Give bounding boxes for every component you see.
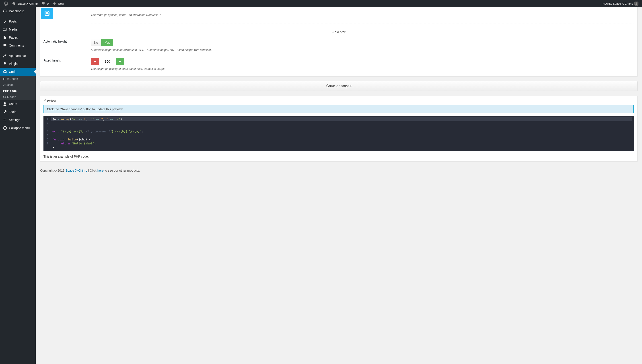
menu-dashboard[interactable]: Dashboard: [0, 7, 36, 15]
line-number: 2: [46, 121, 49, 125]
auto-height-help: Automatic height of code editor field. Y…: [91, 48, 634, 52]
svg-point-0: [636, 2, 637, 4]
plus-icon: +: [119, 59, 121, 64]
page-footer: Copyright © 2019 Space X-Chimp | Click h…: [40, 166, 638, 177]
wordpress-icon: [4, 1, 8, 6]
menu-pages[interactable]: Pages: [0, 34, 36, 42]
preview-footnote: This is an example of PHP code.: [40, 154, 637, 162]
menu-media[interactable]: Media: [0, 26, 36, 34]
stepper-minus-button[interactable]: −: [91, 58, 99, 65]
menu-label: Comments: [9, 44, 24, 47]
dashboard-icon: [3, 9, 7, 13]
plus-icon: [52, 1, 56, 6]
menu-posts[interactable]: Posts: [0, 18, 36, 26]
site-home-link[interactable]: Space X-Chimp: [10, 0, 40, 7]
save-disk-icon: [44, 10, 50, 17]
fixed-height-row: Fixed height − + The height (in pixels) …: [44, 54, 634, 74]
auto-height-toggle: No Yes: [91, 39, 113, 46]
fixed-height-input[interactable]: [99, 58, 116, 65]
new-content-link[interactable]: New: [50, 0, 66, 7]
comment-count: 0: [47, 2, 48, 5]
pin-icon: [3, 19, 7, 24]
comments-link[interactable]: 0: [40, 0, 50, 7]
svg-point-1: [4, 102, 6, 104]
fixed-height-stepper: − +: [91, 58, 124, 65]
comment-icon: [3, 43, 7, 48]
line-number: 6: [46, 138, 49, 142]
fixed-height-help: The height (in pixels) of code editor fi…: [91, 67, 634, 70]
menu-label: Collapse menu: [9, 126, 30, 130]
plug-icon: [3, 62, 7, 66]
section-divider: [91, 23, 634, 24]
menu-plugins[interactable]: Plugins: [0, 60, 36, 68]
footer-here-link[interactable]: here: [98, 169, 104, 172]
user-account-link[interactable]: Howdy, Space X-Chimp: [601, 0, 640, 7]
menu-tools[interactable]: Tools: [0, 108, 36, 116]
avatar: [634, 2, 638, 6]
tab-width-row: The width (in spaces) of the Tab charact…: [44, 10, 634, 20]
code-lines: $a = array('a' => 1, 'b' => 2, 3 => 'c')…: [50, 116, 634, 151]
menu-collapse[interactable]: Collapse menu: [0, 124, 36, 132]
auto-height-label: Automatic height: [44, 39, 91, 43]
admin-sidebar: Dashboard Posts Media Pages Comments App…: [0, 7, 36, 181]
howdy-text: Howdy, Space X-Chimp: [602, 2, 633, 5]
page-icon: [3, 35, 7, 40]
code-submenu: HTML code JS code PHP code CSS code: [0, 76, 36, 100]
menu-label: Posts: [9, 20, 17, 23]
line-number: 1: [46, 117, 49, 121]
menu-label: Media: [9, 28, 18, 31]
tab-width-help: The width (in spaces) of the Tab charact…: [91, 13, 634, 16]
menu-label: Tools: [9, 110, 16, 114]
sliders-icon: [3, 118, 7, 122]
footer-prefix: Copyright © 2019: [40, 169, 65, 172]
home-icon: [12, 1, 16, 6]
line-number: 4: [46, 130, 49, 134]
menu-comments[interactable]: Comments: [0, 42, 36, 50]
admin-bar-left: Space X-Chimp 0 New: [2, 0, 66, 7]
menu-label: Appearance: [9, 54, 26, 58]
menu-code[interactable]: Code: [0, 68, 36, 76]
footer-brand-link[interactable]: Space X-Chimp: [65, 169, 87, 172]
submenu-js[interactable]: JS code: [0, 82, 36, 88]
collapse-icon: [3, 126, 7, 130]
line-number: 7: [46, 142, 49, 146]
new-label: New: [58, 2, 64, 5]
code-preview: 1 2 3 4 5 6 7 $a = array('a' => 1, 'b' =…: [44, 116, 634, 151]
menu-label: Dashboard: [9, 9, 24, 13]
line-number: 3: [46, 125, 49, 129]
menu-label: Plugins: [9, 62, 19, 66]
menu-settings[interactable]: Settings: [0, 116, 36, 124]
menu-label: Settings: [9, 118, 20, 122]
stepper-plus-button[interactable]: +: [116, 58, 124, 65]
auto-height-row: Automatic height No Yes Automatic height…: [44, 36, 634, 54]
menu-label: Pages: [9, 36, 18, 39]
submenu-html[interactable]: HTML code: [0, 76, 36, 82]
menu-users[interactable]: Users: [0, 100, 36, 108]
line-number: 5: [46, 134, 49, 138]
gear-icon: [3, 70, 7, 74]
footer-mid: | Click: [87, 169, 98, 172]
preview-note: Click the "Save changes" button to updat…: [44, 105, 634, 113]
settings-panel: The width (in spaces) of the Tab charact…: [40, 7, 638, 76]
admin-bar-right: Howdy, Space X-Chimp: [601, 0, 640, 7]
main-content: The width (in spaces) of the Tab charact…: [36, 7, 642, 181]
wp-logo[interactable]: [2, 0, 10, 7]
comment-icon: [41, 1, 46, 6]
submenu-php[interactable]: PHP code: [0, 88, 36, 94]
menu-label: Users: [9, 102, 17, 106]
admin-bar: Space X-Chimp 0 New Howdy, Space X-Chimp: [0, 0, 642, 7]
user-icon: [3, 102, 7, 106]
submenu-css[interactable]: CSS code: [0, 94, 36, 100]
auto-height-no-button[interactable]: No: [91, 39, 102, 46]
fixed-height-label: Fixed height: [44, 58, 91, 62]
wrench-icon: [3, 110, 7, 114]
site-name: Space X-Chimp: [18, 2, 38, 5]
menu-appearance[interactable]: Appearance: [0, 52, 36, 60]
code-gutter: 1 2 3 4 5 6 7: [44, 116, 50, 151]
auto-height-yes-button[interactable]: Yes: [102, 39, 113, 46]
floating-save-button[interactable]: [41, 8, 53, 19]
field-size-title: Field size: [44, 30, 634, 34]
save-changes-button[interactable]: Save changes: [40, 81, 638, 92]
menu-label: Code: [9, 70, 16, 74]
footer-suffix: to see our other products.: [104, 169, 140, 172]
